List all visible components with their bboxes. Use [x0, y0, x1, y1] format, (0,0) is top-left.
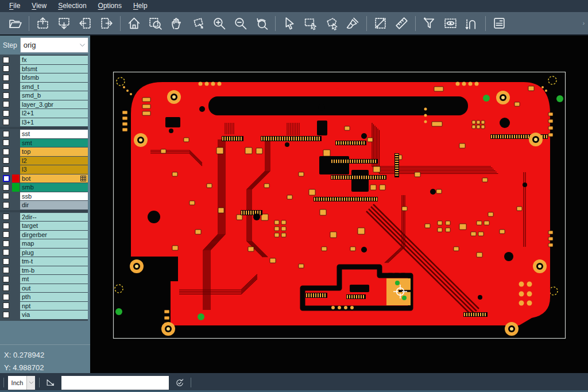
- layer-label-2dir--[interactable]: 2dir--: [20, 213, 88, 222]
- view-visibility-button[interactable]: [440, 14, 461, 33]
- layer-checkbox-2dir--[interactable]: [3, 214, 9, 220]
- layer-label-mt[interactable]: mt: [20, 275, 88, 284]
- layer-row-smb[interactable]: smb: [0, 183, 88, 192]
- layer-label-dir[interactable]: dir: [20, 201, 88, 209]
- layer-row-l2[interactable]: l2: [0, 157, 88, 165]
- menu-selection[interactable]: Selection: [52, 1, 92, 11]
- layer-row-pth[interactable]: pth: [0, 293, 88, 301]
- open-folder-button[interactable]: [5, 14, 26, 33]
- home-button[interactable]: [123, 14, 145, 33]
- layer-checkbox-layer_3.gbr[interactable]: [3, 101, 9, 107]
- layer-row-l3+1[interactable]: l3+1: [0, 118, 88, 127]
- layer-row-fx[interactable]: fx: [0, 56, 88, 64]
- report-button[interactable]: [489, 14, 510, 33]
- select-pointer-button[interactable]: [278, 14, 300, 33]
- layer-label-map[interactable]: map: [20, 239, 88, 248]
- layer-row-mt[interactable]: mt: [0, 275, 88, 284]
- layer-checkbox-plug[interactable]: [3, 249, 9, 255]
- layer-checkbox-bfsmb[interactable]: [3, 75, 9, 81]
- layer-row-bot[interactable]: bot: [0, 174, 88, 183]
- measure-distance-button[interactable]: [370, 14, 391, 33]
- refresh-check-icon[interactable]: [173, 376, 187, 390]
- layer-row-l3[interactable]: l3: [0, 165, 88, 174]
- pcb-canvas[interactable]: [90, 36, 588, 373]
- clear-brush-button[interactable]: [342, 14, 363, 33]
- menu-file[interactable]: File: [3, 1, 26, 11]
- layer-checkbox-l3+1[interactable]: [3, 119, 9, 125]
- zoom-window-button[interactable]: [187, 14, 208, 33]
- layer-row-2dir--[interactable]: 2dir--: [0, 213, 88, 222]
- layer-label-bfsmb[interactable]: bfsmb: [20, 73, 88, 82]
- unit-select[interactable]: Inch: [8, 376, 35, 390]
- angle-measure-icon[interactable]: [44, 376, 57, 390]
- menu-options[interactable]: Options: [92, 1, 127, 11]
- layer-label-plug[interactable]: plug: [20, 249, 88, 257]
- layer-checkbox-pth[interactable]: [3, 294, 9, 300]
- layer-checkbox-bfsmt[interactable]: [3, 65, 9, 72]
- layer-row-bfsmb[interactable]: bfsmb: [0, 73, 88, 82]
- layer-label-layer_3.gbr[interactable]: layer_3.gbr: [20, 100, 88, 109]
- layer-checkbox-smb[interactable]: [3, 184, 9, 191]
- zoom-previous-button[interactable]: [251, 14, 272, 33]
- layer-row-smd_t[interactable]: smd_t: [0, 83, 88, 91]
- pan-right-button[interactable]: [96, 14, 117, 33]
- layer-row-dirgerber[interactable]: dirgerber: [0, 231, 88, 239]
- layer-checkbox-smd_b[interactable]: [3, 92, 9, 99]
- layer-label-smt[interactable]: smt: [20, 139, 88, 148]
- layer-label-l3+1[interactable]: l3+1: [20, 118, 88, 127]
- layer-row-smd_b[interactable]: smd_b: [0, 91, 88, 100]
- menu-view[interactable]: View: [26, 1, 52, 11]
- layer-row-smt[interactable]: smt: [0, 139, 88, 148]
- layer-row-l2+1[interactable]: l2+1: [0, 109, 88, 118]
- layer-row-map[interactable]: map: [0, 239, 88, 248]
- layer-checkbox-via[interactable]: [3, 312, 9, 318]
- layer-label-out[interactable]: out: [20, 284, 88, 293]
- layer-checkbox-tm-t[interactable]: [3, 258, 9, 265]
- layer-row-layer_3.gbr[interactable]: layer_3.gbr: [0, 100, 88, 109]
- layer-row-bfsmt[interactable]: bfsmt: [0, 65, 88, 73]
- layer-checkbox-dir[interactable]: [3, 202, 9, 208]
- layer-checkbox-map[interactable]: [3, 240, 9, 247]
- layer-label-l2[interactable]: l2: [20, 157, 88, 165]
- layer-label-tm-t[interactable]: tm-t: [20, 257, 88, 266]
- layer-checkbox-tm-b[interactable]: [3, 267, 9, 273]
- pan-up-button[interactable]: [32, 14, 53, 33]
- layer-label-pth[interactable]: pth: [20, 293, 88, 301]
- layer-checkbox-fx[interactable]: [3, 57, 9, 63]
- layer-row-dir[interactable]: dir: [0, 201, 88, 209]
- chevron-down-icon[interactable]: [76, 41, 88, 49]
- layer-label-bfsmt[interactable]: bfsmt: [20, 65, 88, 73]
- layer-checkbox-mt[interactable]: [3, 276, 9, 282]
- zoom-out-button[interactable]: [230, 14, 251, 33]
- layer-label-l2+1[interactable]: l2+1: [20, 109, 88, 118]
- layer-row-npt[interactable]: npt: [0, 302, 88, 311]
- measure-ruler-button[interactable]: [391, 14, 412, 33]
- layer-checkbox-l2+1[interactable]: [3, 110, 9, 117]
- layer-label-ssb[interactable]: ssb: [20, 192, 88, 201]
- layer-label-via[interactable]: via: [20, 311, 88, 319]
- layer-checkbox-out[interactable]: [3, 285, 9, 291]
- layer-label-l3[interactable]: l3: [20, 165, 88, 174]
- layer-checkbox-smd_t[interactable]: [3, 83, 9, 90]
- select-rect-button[interactable]: [300, 14, 321, 33]
- zoom-in-button[interactable]: [208, 14, 230, 33]
- layer-row-plug[interactable]: plug: [0, 249, 88, 257]
- layer-checkbox-top[interactable]: [3, 149, 9, 155]
- grid-icon[interactable]: [80, 176, 86, 181]
- layer-checkbox-dirgerber[interactable]: [3, 231, 9, 238]
- pan-hand-button[interactable]: [166, 14, 187, 33]
- layer-checkbox-target[interactable]: [3, 223, 9, 229]
- layer-label-smd_t[interactable]: smd_t: [20, 83, 88, 91]
- layer-label-target[interactable]: target: [20, 222, 88, 230]
- layer-label-tm-b[interactable]: tm-b: [20, 266, 88, 275]
- step-select[interactable]: orig: [20, 37, 88, 53]
- layer-row-target[interactable]: target: [0, 222, 88, 230]
- layer-row-tm-t[interactable]: tm-t: [0, 257, 88, 266]
- menu-help[interactable]: Help: [127, 1, 153, 11]
- layer-label-fx[interactable]: fx: [20, 56, 88, 64]
- layer-checkbox-ssb[interactable]: [3, 193, 9, 199]
- layer-label-smd_b[interactable]: smd_b: [20, 91, 88, 100]
- layer-row-tm-b[interactable]: tm-b: [0, 266, 88, 275]
- layer-checkbox-bot[interactable]: [3, 175, 10, 182]
- layer-label-dirgerber[interactable]: dirgerber: [20, 231, 88, 239]
